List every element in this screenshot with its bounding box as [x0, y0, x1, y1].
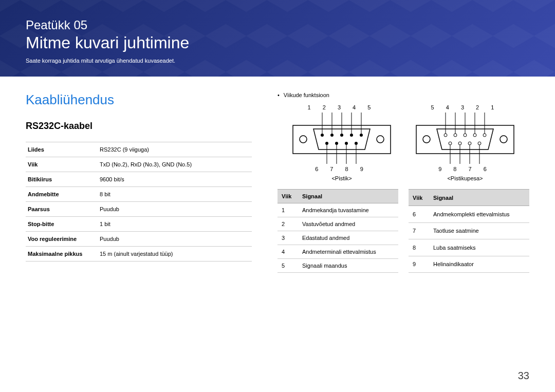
right-column: Viikude funktsioon 1 2 3 4 5 — [278, 92, 529, 273]
left-column: Kaabliühendus RS232C-kaabel Liides RS232… — [26, 92, 252, 273]
pin-table-right: Viik Signaal 6Andmekomplekti ettevalmist… — [409, 189, 529, 273]
table-row: 1Andmekandja tuvastamine — [278, 203, 398, 217]
svg-point-5 — [330, 134, 334, 137]
diagram-label-female: <Pistikupesa> — [414, 175, 516, 181]
svg-point-33 — [468, 142, 471, 145]
chapter-subtitle: Saate korraga juhtida mitut arvutiga ühe… — [26, 58, 529, 64]
table-row: 2Vastuvõetud andmed — [278, 217, 398, 231]
svg-point-26 — [444, 134, 447, 137]
col-signal: Signaal — [298, 190, 398, 203]
section-title: Kaabliühendus — [26, 92, 252, 108]
pin-table-left: Viik Signaal 1Andmekandja tuvastamine 2V… — [278, 189, 398, 273]
col-signal: Signaal — [429, 190, 529, 206]
chapter-title: Mitme kuvari juhtimine — [26, 33, 529, 52]
table-row: 9Helinaindikaator — [409, 256, 529, 272]
svg-point-30 — [483, 134, 486, 137]
svg-point-8 — [360, 134, 363, 137]
connector-diagrams: 1 2 3 4 5 — [278, 104, 529, 181]
svg-point-10 — [335, 142, 338, 145]
bullet-text: Viikude funktsioon — [278, 92, 529, 98]
spec-value: 1 bit — [98, 217, 252, 232]
connector-male: 1 2 3 4 5 — [290, 104, 393, 181]
col-pin: Viik — [409, 190, 429, 206]
top-pin-numbers: 5 4 3 2 1 — [414, 104, 516, 110]
spec-label: Paarsus — [26, 202, 98, 217]
svg-point-6 — [340, 134, 343, 137]
spec-value: Puudub — [98, 232, 252, 247]
svg-point-12 — [355, 142, 358, 145]
db9-female-icon — [414, 113, 516, 164]
db9-male-icon — [290, 113, 393, 164]
table-row: Maksimaalne pikkus 15 m (ainult varjesta… — [26, 247, 252, 262]
spec-label: Stop-bitte — [26, 217, 98, 232]
table-row: 8Luba saatmiseks — [409, 239, 529, 256]
svg-point-9 — [325, 142, 328, 145]
connector-female: 5 4 3 2 1 — [414, 104, 516, 181]
spec-table: Liides RS232C (9 viiguga) Viik TxD (No.2… — [26, 142, 252, 262]
table-row: Voo reguleerimine Puudub — [26, 232, 252, 247]
svg-point-32 — [458, 142, 461, 145]
svg-point-34 — [478, 142, 481, 145]
table-row: Paarsus Puudub — [26, 202, 252, 217]
spec-label: Viik — [26, 157, 98, 172]
table-row: Andmebitte 8 bit — [26, 187, 252, 202]
page-number: 33 — [518, 370, 529, 382]
chapter-header: Peatükk 05 Mitme kuvari juhtimine Saate … — [0, 0, 555, 77]
pin-tables: Viik Signaal 1Andmekandja tuvastamine 2V… — [278, 189, 529, 273]
bottom-pin-numbers: 9 8 7 6 — [414, 166, 516, 172]
table-header-row: Viik Signaal — [409, 190, 529, 206]
spec-value: 9600 bit/s — [98, 172, 252, 187]
svg-point-11 — [345, 142, 348, 145]
diagram-label-male: <Pistik> — [290, 175, 393, 181]
spec-label: Bitikiirus — [26, 172, 98, 187]
svg-point-31 — [449, 142, 452, 145]
sub-title: RS232C-kaabel — [26, 121, 252, 132]
table-row: 3Edastatud andmed — [278, 231, 398, 245]
spec-label: Maksimaalne pikkus — [26, 247, 98, 262]
table-row: Bitikiirus 9600 bit/s — [26, 172, 252, 187]
spec-value: Puudub — [98, 202, 252, 217]
table-row: 5Signaali maandus — [278, 259, 398, 273]
table-row: 7Taotluse saatmine — [409, 222, 529, 239]
svg-point-28 — [464, 134, 467, 137]
spec-value: TxD (No.2), RxD (No.3), GND (No.5) — [98, 157, 252, 172]
content-area: Kaabliühendus RS232C-kaabel Liides RS232… — [0, 77, 555, 273]
svg-point-27 — [454, 134, 457, 137]
svg-point-7 — [350, 134, 353, 137]
bottom-pin-numbers: 6 7 8 9 — [290, 166, 393, 172]
spec-label: Liides — [26, 142, 98, 157]
table-row: Viik TxD (No.2), RxD (No.3), GND (No.5) — [26, 157, 252, 172]
top-pin-numbers: 1 2 3 4 5 — [290, 104, 393, 110]
table-header-row: Viik Signaal — [278, 190, 398, 203]
chapter-label: Peatükk 05 — [26, 18, 529, 32]
table-row: Liides RS232C (9 viiguga) — [26, 142, 252, 157]
spec-value: 8 bit — [98, 187, 252, 202]
spec-value: 15 m (ainult varjestatud tüüp) — [98, 247, 252, 262]
svg-point-4 — [321, 134, 324, 137]
col-pin: Viik — [278, 190, 298, 203]
spec-label: Voo reguleerimine — [26, 232, 98, 247]
table-row: 6Andmekomplekti ettevalmistus — [409, 206, 529, 222]
spec-value: RS232C (9 viiguga) — [98, 142, 252, 157]
table-row: Stop-bitte 1 bit — [26, 217, 252, 232]
spec-label: Andmebitte — [26, 187, 98, 202]
table-row: 4Andmeterminali ettevalmistus — [278, 245, 398, 259]
svg-point-29 — [473, 134, 476, 137]
